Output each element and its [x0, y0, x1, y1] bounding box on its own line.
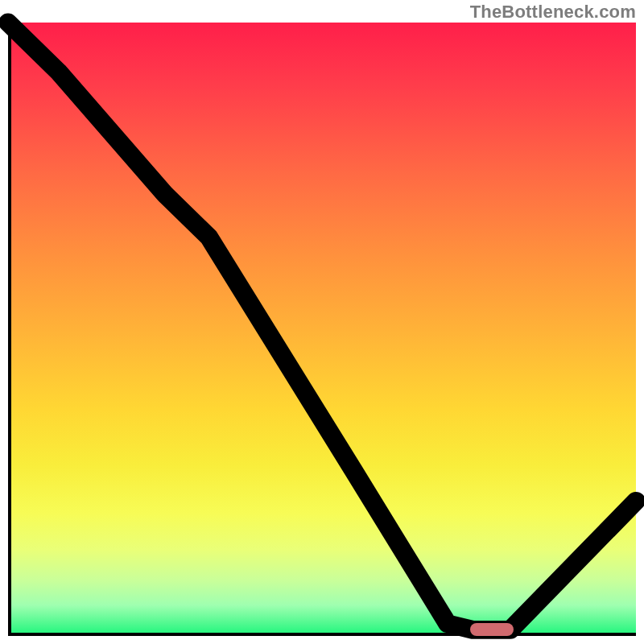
chart-container: [8, 23, 636, 636]
bottleneck-curve-path: [8, 23, 636, 630]
curve-svg: [8, 23, 636, 636]
optimal-marker: [470, 623, 514, 636]
attribution-text: TheBottleneck.com: [470, 2, 636, 23]
